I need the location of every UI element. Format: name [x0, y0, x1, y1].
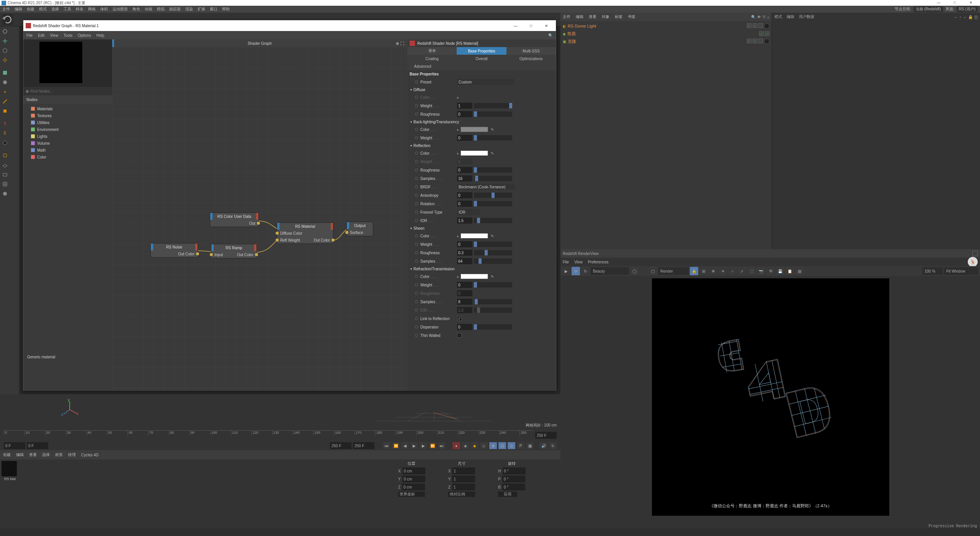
menu-item[interactable]: 文件 — [563, 14, 570, 20]
menu-item[interactable]: Preferences — [588, 260, 609, 264]
restore-icon[interactable] — [972, 251, 978, 256]
lock-icon[interactable]: 🔒 — [968, 15, 973, 19]
node-material[interactable]: RS Material Diffuse Color Refl WeightOut… — [277, 222, 333, 244]
snap-icon[interactable] — [0, 150, 10, 160]
refl-color-swatch[interactable] — [461, 150, 488, 156]
size-y-input[interactable]: 1 — [452, 476, 475, 482]
menu-item[interactable]: 编辑 — [787, 14, 794, 20]
redshift-icon[interactable] — [0, 189, 10, 198]
tree-item[interactable]: Utilities — [23, 119, 112, 126]
back-icon[interactable]: ← — [954, 15, 958, 19]
copy-icon[interactable]: 📋 — [786, 267, 794, 275]
ior-input[interactable]: 1.5 — [457, 217, 472, 224]
poly-mode-icon[interactable] — [0, 106, 10, 116]
bucket-icon[interactable]: ◯ — [630, 267, 639, 275]
fresnel-dropdown[interactable]: IOR — [457, 209, 480, 215]
refl-rough-slider[interactable] — [474, 167, 512, 173]
point-mode-icon[interactable] — [0, 87, 10, 96]
scale-key-button[interactable]: ⊡ — [498, 442, 506, 449]
window-maximize[interactable]: □ — [947, 0, 962, 6]
render-toggle[interactable] — [753, 23, 757, 28]
brdf-dropdown[interactable]: Beckmann (Cook-Torrance) — [457, 184, 514, 190]
refl-rough-input[interactable]: 0 — [457, 167, 472, 173]
refr-samples-slider[interactable] — [474, 299, 512, 304]
node-userdata[interactable]: RS Color User Data Out — [210, 212, 259, 227]
object-name[interactable]: 克隆 — [568, 39, 576, 44]
tree-item[interactable]: Environment — [23, 126, 112, 133]
goto-end-button[interactable]: ⏭ — [438, 442, 446, 449]
dispersion-slider[interactable] — [474, 324, 512, 330]
object-row[interactable]: ◐ RS Dome Light — [560, 22, 772, 30]
timeline-end[interactable]: 250 F — [535, 432, 557, 439]
size-z-input[interactable]: 1 — [452, 484, 475, 490]
axis-z-icon[interactable] — [0, 138, 10, 147]
workplane-icon[interactable] — [0, 160, 10, 170]
sheen-color-swatch[interactable] — [461, 233, 488, 239]
render-toggle[interactable] — [765, 31, 769, 36]
shader-min-button[interactable]: — — [508, 24, 523, 28]
compare-icon[interactable]: ⧉ — [766, 267, 775, 275]
play-button[interactable]: ▶ — [410, 442, 418, 449]
tag-icon[interactable] — [758, 39, 763, 43]
up-icon[interactable]: ↑ — [959, 15, 961, 19]
menu-item[interactable]: 帮助 — [222, 7, 230, 12]
menu-item[interactable]: 样条 — [76, 7, 83, 12]
snowflake-icon[interactable]: ❄ — [709, 267, 717, 275]
group-backlight[interactable]: Back-lighting/Translucency — [410, 118, 554, 125]
menu-item[interactable]: 窗口 — [210, 7, 217, 12]
refl-samples-slider[interactable] — [474, 176, 512, 181]
refr-samples-input[interactable]: 8 — [457, 299, 472, 305]
refr-weight-input[interactable]: 0 — [457, 282, 472, 288]
back-weight-input[interactable]: 0 — [457, 135, 472, 141]
menu-item[interactable]: 材质 — [55, 452, 63, 458]
menu-item[interactable]: File — [26, 33, 33, 38]
ipr-button[interactable]: ⟳ — [572, 267, 580, 275]
aniso-input[interactable]: 0 — [457, 192, 472, 198]
tab-multisss[interactable]: Multi-SSS — [506, 47, 556, 55]
axis-x-icon[interactable]: S — [0, 119, 10, 128]
rotation-input[interactable]: 0 — [457, 201, 472, 207]
material-tag[interactable] — [764, 39, 769, 44]
node-ramp[interactable]: RS Ramp InputOut Color — [211, 244, 257, 258]
tab-base-properties[interactable]: Base Properties — [457, 47, 506, 55]
new-icon[interactable]: ◫ — [974, 15, 978, 19]
find-nodes-input[interactable] — [30, 89, 110, 93]
ior-slider[interactable] — [474, 218, 512, 223]
record-button[interactable]: ● — [452, 442, 460, 449]
menu-item[interactable]: 渲染 — [185, 7, 193, 12]
tree-item[interactable]: Math — [23, 147, 112, 154]
timeline[interactable]: 0102030405060708090100110120130140150160… — [0, 430, 560, 441]
menu-item[interactable]: 对象 — [602, 14, 609, 20]
tree-item[interactable]: Volume — [23, 140, 112, 147]
visibility-toggle[interactable] — [747, 39, 751, 43]
lock-icon[interactable]: 🔒 — [690, 267, 698, 275]
tree-item[interactable]: Color — [23, 154, 112, 160]
size-x-input[interactable]: 1 — [452, 467, 475, 474]
menu-item[interactable]: 书签 — [628, 14, 635, 20]
tag-icon[interactable] — [758, 23, 763, 28]
region-icon[interactable]: ⬚ — [747, 267, 756, 275]
group-reflection[interactable]: Reflection — [410, 142, 554, 149]
diffuse-weight-input[interactable]: 1 — [457, 103, 472, 109]
preset-dropdown[interactable]: Custom — [457, 79, 514, 85]
menu-item[interactable]: 标签 — [615, 14, 622, 20]
material-tag[interactable] — [764, 23, 769, 29]
grid-icon[interactable]: ⊞ — [699, 267, 708, 275]
sheen-samples-slider[interactable] — [474, 258, 512, 264]
goto-start-button[interactable]: ⏮ — [383, 442, 390, 449]
menu-item[interactable]: 模式 — [774, 14, 782, 20]
back-color-swatch[interactable] — [461, 127, 488, 132]
save-icon[interactable]: 💾 — [776, 267, 784, 275]
move-icon[interactable] — [0, 36, 10, 46]
pos-z-input[interactable]: 0 cm — [402, 484, 425, 490]
tab-coating[interactable]: Coating — [407, 55, 457, 62]
material-name[interactable]: RS Mat — [2, 477, 18, 481]
menu-item[interactable]: 纹理 — [68, 452, 76, 458]
thinwalled-checkbox[interactable] — [457, 333, 462, 338]
link-reflection-checkbox[interactable] — [457, 316, 462, 321]
key-all-button[interactable]: ◇ — [480, 442, 488, 449]
param-key-button[interactable]: P — [517, 442, 524, 449]
menu-item[interactable]: 编辑 — [16, 452, 24, 458]
layout-select[interactable]: RS (用户) — [957, 6, 978, 12]
pos-x-input[interactable]: 0 cm — [402, 467, 425, 474]
